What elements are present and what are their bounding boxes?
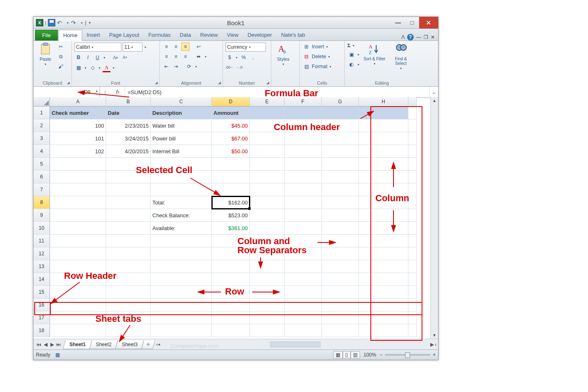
increase-decimal-icon[interactable]: .00← <box>225 63 234 71</box>
cell-D1[interactable]: Ammount <box>212 107 250 119</box>
column-header-D[interactable]: D <box>212 97 250 107</box>
redo-icon[interactable]: ↷ <box>71 19 78 26</box>
qat-customize[interactable]: ▾ <box>88 21 92 25</box>
row-header-4[interactable]: 4 <box>33 145 50 158</box>
cell-B2[interactable]: 2/23/2015 <box>106 119 151 132</box>
cell-D12[interactable] <box>212 247 250 260</box>
cell-F18[interactable] <box>285 324 322 337</box>
font-color-icon[interactable]: A <box>102 63 111 72</box>
row-header-17[interactable]: 17 <box>33 311 50 324</box>
cell-H9[interactable] <box>359 209 408 222</box>
cell-H4[interactable] <box>359 145 408 158</box>
cell-F15[interactable] <box>285 286 322 299</box>
cell-D17[interactable] <box>212 311 250 324</box>
cell-H16[interactable] <box>359 299 408 311</box>
ribbon-tab-insert[interactable]: Insert <box>82 29 105 40</box>
sort-filter-button[interactable]: AZ Sort & Filter▾ <box>363 43 386 70</box>
row-header-2[interactable]: 2 <box>33 119 50 132</box>
cell-E7[interactable] <box>250 183 285 196</box>
cell-H7[interactable] <box>359 183 408 196</box>
cell-D15[interactable] <box>212 286 250 299</box>
last-sheet-icon[interactable]: ⏭ <box>56 342 62 347</box>
merge-center-icon[interactable]: ⬌ <box>194 52 203 61</box>
cell-A16[interactable] <box>50 299 106 311</box>
cell-H12[interactable] <box>359 247 408 260</box>
row-header-6[interactable]: 6 <box>33 171 50 183</box>
cell-G2[interactable] <box>322 119 359 132</box>
align-right-icon[interactable]: ≡ <box>181 52 190 61</box>
cell-D5[interactable] <box>212 158 250 171</box>
cell-H14[interactable] <box>359 273 408 286</box>
cell-A7[interactable] <box>50 183 106 196</box>
cell-H1[interactable] <box>359 107 408 119</box>
percent-icon[interactable]: % <box>239 53 248 62</box>
cell-E11[interactable] <box>250 235 285 247</box>
row-header-14[interactable]: 14 <box>33 273 50 286</box>
cell-E4[interactable] <box>250 145 285 158</box>
cell-C5[interactable] <box>151 158 212 171</box>
cell-B6[interactable] <box>106 171 151 183</box>
cell-C1[interactable]: Description <box>151 107 212 119</box>
cell-C16[interactable] <box>151 299 212 311</box>
format-painter-icon[interactable]: 🖌 <box>57 62 65 71</box>
cell-C17[interactable] <box>151 311 212 324</box>
copy-icon[interactable]: ⧉ <box>57 52 65 61</box>
cell-B16[interactable] <box>106 299 151 311</box>
cell-C15[interactable] <box>151 286 212 299</box>
cell-C8[interactable]: Total: <box>151 196 212 209</box>
cell-B5[interactable] <box>106 158 151 171</box>
cell-H2[interactable] <box>359 119 408 132</box>
clear-icon[interactable]: ◐▾ <box>347 60 360 69</box>
file-tab[interactable]: File <box>35 30 58 40</box>
cell-B7[interactable] <box>106 183 151 196</box>
cell-B18[interactable] <box>106 324 151 337</box>
align-bottom-icon[interactable]: ≡ <box>181 43 190 51</box>
align-left-icon[interactable]: ≡ <box>162 52 171 61</box>
cell-H18[interactable] <box>359 324 408 337</box>
cell-G13[interactable] <box>322 260 359 273</box>
cell-D4[interactable]: $50.00 <box>212 145 250 158</box>
cell-F17[interactable] <box>285 311 322 324</box>
cell-B15[interactable] <box>106 286 151 299</box>
cell-H10[interactable] <box>359 222 408 235</box>
cell-D6[interactable] <box>212 171 250 183</box>
cell-B1[interactable]: Date <box>106 107 151 119</box>
cell-B13[interactable] <box>106 260 151 273</box>
cell-G12[interactable] <box>322 247 359 260</box>
column-header-C[interactable]: C <box>151 97 212 107</box>
cell-G4[interactable] <box>322 145 359 158</box>
decrease-indent-icon[interactable]: ⇤ <box>162 62 171 71</box>
cell-E15[interactable] <box>250 286 285 299</box>
cell-F9[interactable] <box>285 209 322 222</box>
cell-C10[interactable]: Available: <box>151 222 212 235</box>
row-header-16[interactable]: 16 <box>33 299 50 311</box>
cell-F2[interactable] <box>285 119 322 132</box>
cell-F3[interactable] <box>285 132 322 145</box>
horizontal-scrollbar[interactable]: ⫞◀▶⫞ <box>154 342 438 347</box>
cell-G14[interactable] <box>322 273 359 286</box>
cell-F7[interactable] <box>285 183 322 196</box>
grow-font-icon[interactable]: A▴ <box>111 53 119 62</box>
excel-icon[interactable]: X <box>36 19 43 26</box>
cell-H8[interactable] <box>359 196 408 209</box>
currency-icon[interactable]: $ <box>225 53 234 62</box>
cell-C7[interactable] <box>151 183 212 196</box>
cell-A13[interactable] <box>50 260 106 273</box>
doc-close-icon[interactable]: ✕ <box>431 34 435 40</box>
normal-view-icon[interactable]: ▦ <box>333 351 343 359</box>
page-break-view-icon[interactable]: ▥ <box>351 351 360 359</box>
row-header-1[interactable]: 1 <box>33 107 50 119</box>
cell-A11[interactable] <box>50 235 106 247</box>
fx-icon[interactable]: fx <box>111 87 125 97</box>
cell-A3[interactable]: 101 <box>50 132 106 145</box>
cell-A14[interactable] <box>50 273 106 286</box>
help-icon[interactable]: ? <box>407 34 414 40</box>
column-header-B[interactable]: B <box>106 97 151 107</box>
ribbon-tab-developer[interactable]: Developer <box>243 29 276 40</box>
delete-cells-button[interactable]: ⊟Delete▾ <box>302 52 342 61</box>
cell-H13[interactable] <box>359 260 408 273</box>
column-header-G[interactable]: G <box>322 97 359 107</box>
row-header-11[interactable]: 11 <box>33 235 50 247</box>
cell-C11[interactable] <box>151 235 212 247</box>
cell-A2[interactable]: 100 <box>50 119 106 132</box>
